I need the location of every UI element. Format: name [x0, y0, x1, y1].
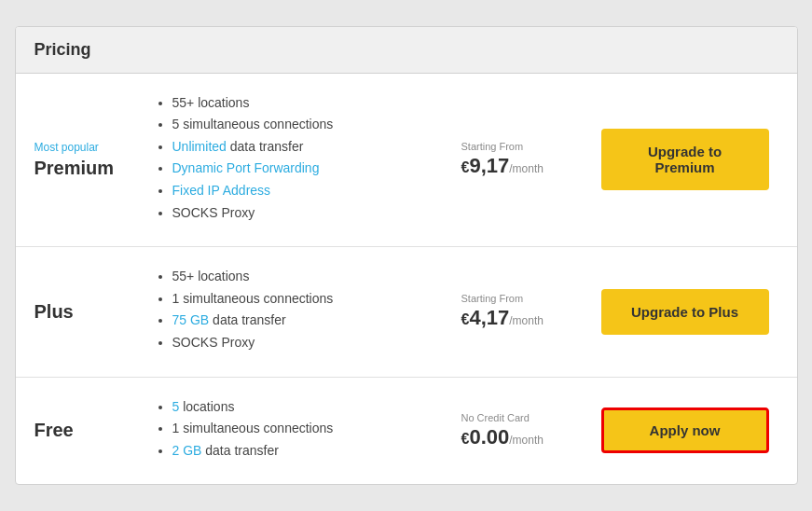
price-free: €0.00/month [461, 425, 592, 449]
dynamic-port-link[interactable]: Dynamic Port Forwarding [172, 160, 320, 175]
list-item: 55+ locations [172, 268, 443, 286]
plan-name-col-free: Free [34, 420, 137, 441]
plan-name-col-premium: Most popular Premium [34, 141, 137, 179]
list-item: 2 GB data transfer [172, 442, 443, 461]
starting-from-premium: Starting From [461, 141, 592, 152]
plan-action-col-free: Apply now [592, 407, 778, 453]
list-item: SOCKS Proxy [172, 334, 443, 352]
list-item: Dynamic Port Forwarding [172, 159, 443, 178]
pricing-container: Pricing Most popular Premium 55+ locatio… [15, 26, 798, 486]
upgrade-plus-button[interactable]: Upgrade to Plus [601, 289, 769, 335]
list-item: 5 simultaneous connections [172, 116, 443, 134]
plan-action-col-premium: Upgrade to Premium [592, 129, 778, 190]
plan-price-col-premium: Starting From €9,17/month [443, 141, 592, 178]
pricing-header: Pricing [16, 27, 797, 74]
list-item: Unlimited data transfer [172, 138, 443, 157]
upgrade-premium-button[interactable]: Upgrade to Premium [601, 129, 769, 190]
plan-price-col-plus: Starting From €4,17/month [443, 293, 592, 330]
list-item: 75 GB data transfer [172, 311, 443, 330]
unlimited-link[interactable]: Unlimited [172, 139, 227, 154]
starting-from-plus: Starting From [461, 293, 592, 304]
fixed-ip-link[interactable]: Fixed IP Address [172, 183, 271, 198]
plan-row-free: Free 5 locations 1 simultaneous connecti… [16, 378, 797, 485]
2gb-link[interactable]: 2 GB [172, 443, 202, 458]
price-plus: €4,17/month [461, 306, 592, 330]
most-popular-label: Most popular [34, 141, 137, 154]
price-premium: €9,17/month [461, 154, 592, 178]
list-item: 5 locations [172, 398, 443, 417]
plan-row-plus: Plus 55+ locations 1 simultaneous connec… [16, 247, 797, 377]
plan-name-premium: Premium [34, 158, 137, 179]
apply-now-button[interactable]: Apply now [601, 407, 769, 453]
plan-name-free: Free [34, 420, 137, 441]
list-item: SOCKS Proxy [172, 204, 443, 223]
75gb-link[interactable]: 75 GB [172, 312, 210, 327]
list-item: 1 simultaneous connections [172, 420, 443, 438]
plan-price-col-free: No Credit Card €0.00/month [443, 412, 592, 449]
list-item: 55+ locations [172, 94, 443, 113]
plan-features-premium: 55+ locations 5 simultaneous connections… [137, 94, 443, 227]
no-credit-card-label: No Credit Card [461, 412, 592, 423]
plan-name-col-plus: Plus [34, 301, 137, 323]
plan-features-free: 5 locations 1 simultaneous connections 2… [137, 398, 443, 464]
plan-name-plus: Plus [34, 301, 137, 323]
plan-row-premium: Most popular Premium 55+ locations 5 sim… [16, 74, 797, 248]
page-title: Pricing [34, 40, 778, 60]
list-item: 1 simultaneous connections [172, 290, 443, 309]
5-locations-link[interactable]: 5 [172, 399, 180, 414]
list-item: Fixed IP Address [172, 182, 443, 200]
plan-action-col-plus: Upgrade to Plus [592, 289, 778, 335]
plan-features-plus: 55+ locations 1 simultaneous connections… [137, 268, 443, 355]
